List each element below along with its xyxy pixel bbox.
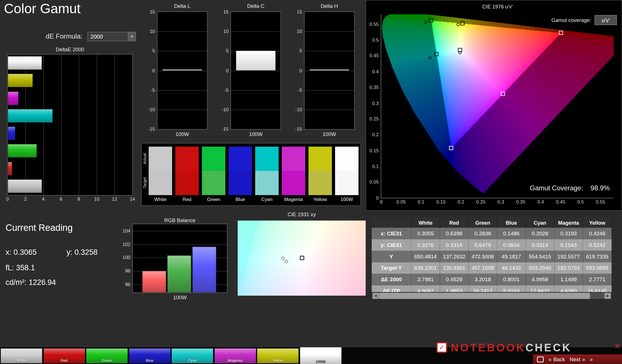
column-header: White: [411, 217, 440, 228]
scroll-right-icon[interactable]: ▶: [605, 293, 611, 299]
cell: 593.0869: [583, 262, 612, 274]
y-tick-label: 0.2: [372, 132, 379, 138]
cell: 5.9163: [497, 285, 526, 292]
column-header: [372, 217, 411, 228]
delta-chart-l: Delta L151050-5-10-15100W: [142, 3, 210, 137]
back-button[interactable]: « Back: [549, 356, 565, 362]
x-tick-label: 0.4: [538, 199, 544, 205]
row-label: ΔE ITP: [372, 285, 411, 292]
gridline: [157, 110, 207, 110]
patch-label: Blue: [129, 358, 170, 363]
scrollbar-thumb[interactable]: [379, 293, 590, 299]
patch-button-red[interactable]: Red: [44, 349, 85, 363]
y-tick-label: 10: [297, 29, 302, 34]
swatch-actual-yellow: [308, 147, 332, 171]
x-tick-label: 14: [130, 196, 135, 202]
measurement-table: WhiteRedGreenBlueCyanMagentaYellowx: CIE…: [372, 217, 612, 292]
cell: 0.6479: [469, 239, 497, 251]
x-tick-label: 0.25: [476, 199, 485, 205]
gridline: [157, 90, 207, 90]
y-tick-label: 5: [152, 48, 155, 54]
delta-bar: [162, 69, 202, 70]
cell: 3.2018: [469, 274, 497, 285]
rgb-balance-chart: 1041021009896: [132, 224, 227, 293]
y-tick-label: 15: [297, 9, 302, 15]
notebookcheck-watermark: ✓ NOTEBOOKCHECK ✕ « Back Next » »: [433, 341, 622, 364]
row-label: Target Y: [372, 262, 411, 274]
table-scrollbar[interactable]: ◀ ▶: [373, 293, 611, 299]
next-label: Next: [570, 356, 580, 362]
cell: 0.3193: [554, 228, 583, 239]
cell: 0.8001: [497, 274, 526, 285]
plot-area: 151050-5-10-15: [157, 12, 208, 129]
xy-target-marker: [300, 256, 304, 260]
patch-button-white[interactable]: White: [1, 349, 42, 363]
gridline: [231, 90, 280, 90]
y-tick-label: 0: [152, 68, 155, 73]
cell: 619.7335: [583, 251, 612, 262]
xy-measured-marker: [282, 257, 284, 260]
gridline: [231, 110, 280, 110]
gridline: [304, 32, 354, 32]
patch-label: Yellow: [257, 358, 298, 363]
y-tick-label: -10: [222, 107, 228, 112]
swatch-target-blue: [229, 171, 252, 195]
cell: 0.4246: [583, 228, 612, 239]
y-tick-label: -15: [148, 126, 155, 132]
swatch-label: Green: [202, 197, 225, 202]
cell: 3.7981: [411, 274, 440, 285]
back-label: Back: [553, 356, 565, 362]
fast-forward-icon[interactable]: »: [590, 356, 593, 362]
deltae-bar-yellow: [8, 74, 33, 87]
y-tick-label: 10: [223, 29, 229, 34]
patch-button-cyan[interactable]: Cyan: [172, 349, 213, 363]
scroll-left-icon[interactable]: ◀: [373, 293, 379, 299]
measured-marker-yellow: [457, 23, 460, 26]
reading-cdm2: cd/m²: 1226.94: [6, 278, 56, 287]
patch-button-yellow[interactable]: Yellow: [257, 349, 298, 363]
rgb-bar-green: [167, 256, 191, 292]
cell: 650.4814: [411, 251, 440, 262]
x-tick-label: 8: [77, 196, 80, 202]
swatch-label: Blue: [229, 197, 252, 202]
cell: 0.3276: [411, 239, 440, 251]
cell: 0.3314: [440, 239, 469, 251]
x-category-label: 100W: [157, 131, 208, 137]
gridline: [304, 51, 354, 51]
y-tick-label: 104: [122, 228, 130, 234]
close-icon[interactable]: ✕: [614, 342, 620, 351]
cell: 0.0604: [497, 239, 526, 251]
next-button[interactable]: Next »: [570, 356, 585, 362]
patch-button-blue[interactable]: Blue: [129, 349, 170, 363]
cell: 503.2940: [526, 262, 555, 274]
gridline: [79, 54, 79, 195]
x-tick-label: 2: [24, 196, 26, 202]
reading-y: y: 0.3258: [66, 248, 97, 256]
cell: 0.1486: [497, 228, 526, 239]
gridline: [157, 32, 207, 32]
cell: 182.0793: [554, 262, 583, 274]
row-label: ΔE 2000: [372, 274, 411, 285]
next-chevron-icon: »: [582, 356, 585, 362]
patch-button-100w[interactable]: 100W: [300, 347, 341, 364]
y-tick-label: 0.4: [372, 69, 379, 74]
delta-chart-h: Delta H151050-5-10-15100W: [289, 3, 357, 137]
current-reading-title: Current Reading: [6, 222, 137, 233]
cell: 457.1508: [469, 262, 497, 274]
de-formula-dropdown[interactable]: 2000 ▼: [87, 32, 136, 41]
stop-icon[interactable]: [537, 356, 544, 362]
deltae-bar-cyan: [8, 109, 52, 122]
x-tick-label: 12: [112, 196, 117, 202]
patch-button-magenta[interactable]: Magenta: [215, 349, 256, 363]
patch-button-green[interactable]: Green: [86, 349, 128, 363]
plot-area: 151050-5-10-15: [231, 12, 281, 129]
deltae-bar-100w: [8, 180, 42, 193]
swatch-label: White: [149, 197, 172, 202]
rgb-balance-xlabel: 100W: [132, 294, 227, 300]
y-tick-label: 96: [125, 282, 130, 287]
x-category-label: 100W: [231, 131, 281, 137]
xy-markers: [238, 220, 366, 296]
y-tick-label: 0: [226, 68, 228, 73]
deltae-bar-white: [8, 56, 42, 70]
column-header: Green: [469, 217, 497, 228]
